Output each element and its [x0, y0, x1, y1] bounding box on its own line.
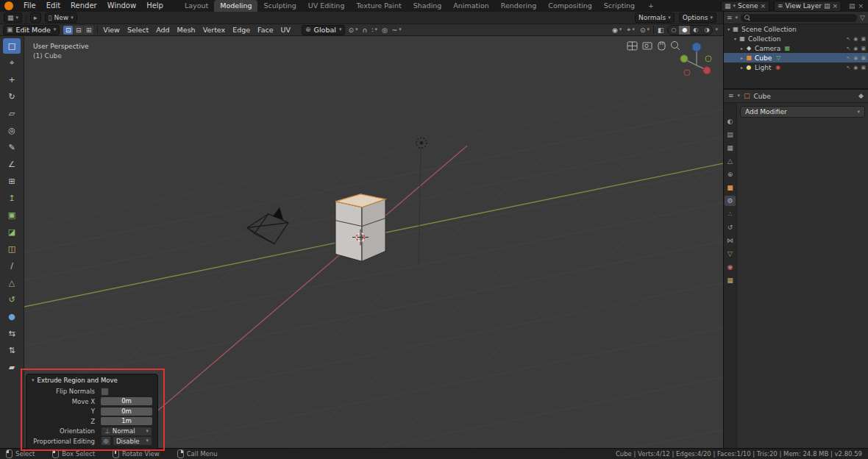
menu-edit[interactable]: Edit	[41, 0, 65, 12]
properties-tab-object-data[interactable]: ▽	[725, 249, 736, 259]
expander-icon[interactable]: ▸	[739, 46, 745, 51]
viewport-menu-face[interactable]: Face	[254, 26, 277, 34]
light-object[interactable]	[416, 138, 427, 264]
scene-unlink-icon[interactable]: ×	[760, 3, 766, 10]
nav-gizmo[interactable]	[680, 43, 711, 76]
toggle-perspective-icon[interactable]	[627, 42, 637, 50]
render-visibility-icon[interactable]: ▣	[861, 55, 866, 61]
properties-tab-modifiers[interactable]: ⚙	[725, 196, 736, 206]
viewport-menu-uv[interactable]: UV	[277, 26, 294, 34]
select-toggle-icon[interactable]: ↖	[846, 36, 850, 42]
solid-shading-button[interactable]: ●	[679, 26, 690, 35]
gizmo-neg-y-ball[interactable]	[705, 56, 711, 62]
rendered-shading-button[interactable]: ◑	[701, 26, 712, 35]
gizmo-y-axis-ball[interactable]	[680, 55, 688, 63]
properties-tab-physics[interactable]: ↺	[725, 222, 736, 232]
cube-object[interactable]	[335, 194, 385, 262]
snap-toggle[interactable]: ∩	[360, 26, 369, 34]
render-visibility-icon[interactable]: ▣	[861, 65, 866, 71]
move-x-field[interactable]: 0m	[101, 397, 152, 405]
viewport-3d[interactable]: User Perspective (1) Cube ▾ Extrude Regi…	[24, 36, 723, 448]
workspace-tab-compositing[interactable]: Compositing	[542, 0, 598, 12]
tool-scale[interactable]: ▱	[3, 106, 21, 121]
properties-tab-view-layer[interactable]: ▦	[725, 143, 736, 153]
properties-editor-icon[interactable]: ≡	[728, 93, 734, 99]
menu-help[interactable]: Help	[141, 0, 168, 12]
expander-icon[interactable]: ▸	[739, 65, 745, 70]
wireframe-shading-button[interactable]: ○	[668, 26, 679, 35]
properties-tab-scene[interactable]: △	[725, 156, 736, 166]
workspace-tab-sculpting[interactable]: Sculpting	[257, 0, 302, 12]
xray-toggle[interactable]: ◧	[656, 26, 666, 34]
tool-rotate[interactable]: ↻	[3, 89, 21, 104]
tool-poly-build[interactable]: △	[3, 275, 21, 291]
move-y-field[interactable]: 0m	[101, 408, 152, 416]
properties-tab-output[interactable]: ▤	[725, 129, 736, 140]
material-shading-button[interactable]: ◐	[690, 26, 701, 35]
outliner-row-scene-collection[interactable]: ▾▦Scene Collection	[724, 24, 868, 34]
zoom-icon[interactable]	[672, 41, 680, 49]
gizmo-z-axis-ball[interactable]	[692, 43, 701, 51]
proportional-select[interactable]: Disable ▾	[113, 436, 152, 446]
view-layer-close-icon[interactable]: ×	[832, 3, 838, 10]
viewport-menu-edge[interactable]: Edge	[229, 26, 254, 34]
tool-shrink-fatten[interactable]: ⇅	[3, 343, 21, 358]
workspace-tab-rendering[interactable]: Rendering	[495, 0, 543, 12]
select-toggle-icon[interactable]: ↖	[846, 65, 850, 71]
tool-measure[interactable]: ∠	[3, 157, 21, 172]
tool-knife[interactable]: ∕	[3, 258, 21, 274]
outliner-row-cube[interactable]: ▸■Cube▽↖◉▣	[724, 53, 868, 63]
menu-file[interactable]: File	[18, 0, 41, 12]
expander-icon[interactable]: ▸	[739, 55, 745, 60]
add-workspace-button[interactable]: +	[642, 0, 660, 12]
overlays-dropdown[interactable]: ⊙ ▾	[638, 26, 651, 34]
operator-panel-header[interactable]: ▾ Extrude Region and Move	[26, 374, 157, 387]
shading-dropdown-icon[interactable]: ▾	[715, 27, 718, 32]
tool-add-cube[interactable]: ⊞	[3, 174, 21, 189]
proportional-editing-toggle[interactable]: ◎	[380, 26, 389, 34]
outliner-row-camera[interactable]: ▸◆Camera▦↖◉▣	[724, 43, 868, 53]
pin-icon[interactable]: ◆	[858, 93, 864, 99]
proportional-toggle-button[interactable]: ◎	[101, 436, 111, 446]
properties-tab-render[interactable]: ◐	[725, 116, 736, 127]
face-select-button[interactable]: ⊞	[84, 26, 93, 35]
duplicate-window-icon[interactable]: ▤	[849, 2, 855, 10]
flip-normals-checkbox[interactable]	[101, 388, 109, 396]
filter-icon[interactable]: ▽	[860, 15, 865, 21]
workspace-tab-texture-paint[interactable]: Texture Paint	[350, 0, 407, 12]
visibility-dropdown[interactable]: ◉ ▾	[611, 26, 623, 34]
normals-dropdown[interactable]: Normals ▾	[635, 13, 675, 23]
menu-window[interactable]: Window	[102, 0, 141, 12]
view-layer-copy-icon[interactable]: ▤	[824, 3, 830, 10]
orientation-dropdown[interactable]: ⊕ Global ▾	[302, 25, 345, 35]
add-modifier-dropdown[interactable]: Add Modifier ▾	[740, 106, 865, 118]
properties-tab-texture[interactable]: ▦	[725, 275, 736, 285]
render-visibility-icon[interactable]: ▣	[861, 36, 866, 42]
options-dropdown[interactable]: Options ▾	[679, 13, 716, 23]
tool-transform[interactable]: ◎	[3, 123, 21, 138]
workspace-tab-modeling[interactable]: Modeling	[214, 0, 257, 12]
orientation-select[interactable]: ⊥ Normal ▾	[101, 427, 152, 436]
blender-logo-icon[interactable]	[4, 1, 13, 10]
workspace-tab-shading[interactable]: Shading	[408, 0, 448, 12]
outliner-row-collection[interactable]: ▾▦Collection↖◉▣	[724, 34, 868, 43]
workspace-tab-layout[interactable]: Layout	[179, 0, 214, 12]
tool-bevel[interactable]: ◪	[3, 224, 21, 240]
snap-target-dropdown[interactable]: ∶ ▾	[370, 26, 379, 34]
operator-panel[interactable]: ▾ Extrude Region and Move Flip Normals M…	[26, 374, 158, 450]
move-z-field[interactable]: 1m	[101, 417, 152, 425]
tool-annotate[interactable]: ✎	[3, 140, 21, 155]
falloff-dropdown[interactable]: ~ ▾	[391, 26, 403, 34]
scene-selector[interactable]: ▦ ▾ Scene ×	[721, 1, 769, 12]
workspace-tab-uv-editing[interactable]: UV Editing	[302, 0, 351, 12]
gizmo-neg-x-ball[interactable]	[684, 70, 690, 76]
tool-move[interactable]: +	[3, 72, 21, 88]
properties-tab-object[interactable]: ■	[725, 182, 736, 193]
pivot-dropdown[interactable]: ⊙ ▾	[346, 26, 359, 34]
expander-icon[interactable]: ▾	[732, 36, 739, 41]
new-preset-dropdown[interactable]: ▯ New ▾	[45, 13, 77, 23]
gizmos-dropdown[interactable]: ⌖ ▾	[625, 26, 636, 34]
tool-edge-slide[interactable]: ⇆	[3, 326, 21, 341]
vertex-select-button[interactable]: ⊡	[63, 26, 73, 35]
tool-smooth[interactable]: ●	[3, 309, 21, 324]
